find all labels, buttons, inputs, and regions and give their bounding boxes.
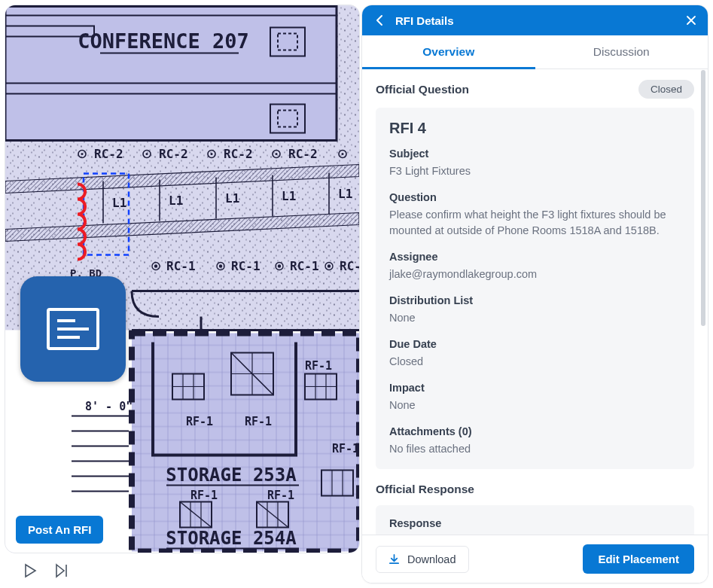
svg-point-50 (155, 265, 157, 267)
drawing-canvas[interactable]: CONFERENCE 207 RC-2 (5, 5, 360, 553)
drawing-viewer: CONFERENCE 207 RC-2 (0, 0, 360, 588)
svg-point-52 (220, 265, 222, 267)
svg-text:RF-1: RF-1 (190, 489, 218, 502)
panel-title: RFI Details (395, 14, 676, 27)
document-icon (47, 308, 99, 350)
svg-text:CONFERENCE  207: CONFERENCE 207 (78, 29, 249, 53)
svg-text:L1: L1 (225, 191, 239, 206)
svg-text:RF-1: RF-1 (186, 415, 213, 428)
official-question-heading: Official Question (376, 83, 469, 96)
status-badge: Closed (638, 80, 694, 99)
back-icon[interactable] (373, 14, 386, 27)
svg-text:STORAGE  253A: STORAGE 253A (166, 465, 297, 486)
attach-value: No files attached (389, 441, 681, 457)
svg-point-31 (342, 153, 344, 155)
panel-header: RFI Details (362, 5, 708, 35)
due-value: Closed (389, 354, 681, 370)
impact-value: None (389, 398, 681, 413)
rfi-details-panel: RFI Details Overview Discussion Official… (360, 0, 713, 588)
download-button[interactable]: Download (376, 546, 469, 573)
svg-point-22 (146, 153, 148, 155)
svg-text:RF-1: RF-1 (305, 359, 332, 373)
svg-text:L1: L1 (112, 196, 126, 210)
rfi-pin-marker[interactable] (20, 276, 126, 382)
tab-overview[interactable]: Overview (362, 35, 535, 69)
question-label: Question (389, 191, 681, 203)
attach-label: Attachments (0) (389, 425, 681, 437)
svg-text:STORAGE  254A: STORAGE 254A (166, 528, 297, 549)
svg-text:RC-2: RC-2 (288, 147, 318, 161)
app-root: CONFERENCE 207 RC-2 (0, 0, 713, 588)
response-label: Response (389, 517, 681, 529)
download-label: Download (407, 553, 456, 565)
svg-point-56 (328, 265, 331, 267)
svg-text:RC-1: RC-1 (166, 259, 196, 273)
panel-footer: Download Edit Placement (362, 535, 708, 583)
panel-tabs: Overview Discussion (362, 35, 708, 69)
svg-text:8' - 0": 8' - 0" (85, 400, 133, 413)
close-icon[interactable] (685, 14, 697, 26)
svg-point-19 (81, 153, 84, 155)
svg-text:RC-2: RC-2 (94, 147, 123, 161)
svg-text:RC-1: RC-1 (231, 259, 261, 273)
dist-value: None (389, 310, 681, 326)
play-icon[interactable] (23, 563, 38, 578)
impact-label: Impact (389, 382, 681, 394)
svg-text:RF-1: RF-1 (267, 489, 294, 502)
svg-text:RC-1: RC-1 (340, 259, 359, 273)
scrollbar[interactable] (701, 70, 705, 326)
tab-discussion[interactable]: Discussion (535, 35, 708, 69)
svg-text:RC-2: RC-2 (159, 147, 188, 161)
svg-text:L1: L1 (169, 193, 183, 208)
due-label: Due Date (389, 338, 681, 350)
skip-forward-icon[interactable] (54, 563, 69, 578)
svg-marker-105 (56, 565, 64, 577)
svg-point-54 (279, 265, 281, 267)
svg-marker-104 (26, 565, 35, 577)
edit-placement-button[interactable]: Edit Placement (583, 544, 694, 574)
post-rfi-button[interactable]: Post An RFI (16, 516, 103, 544)
subject-label: Subject (389, 148, 681, 160)
svg-text:RF-1: RF-1 (245, 415, 272, 428)
assignee-label: Assignee (389, 251, 681, 263)
question-value: Please confirm what height the F3 light … (389, 207, 681, 239)
subject-value: F3 Light Fixtures (389, 163, 681, 179)
svg-point-28 (276, 153, 278, 155)
svg-point-25 (211, 153, 213, 155)
svg-text:L1: L1 (282, 189, 296, 203)
rfi-heading: RFI 4 (389, 120, 681, 137)
dist-label: Distribution List (389, 294, 681, 306)
svg-text:L1: L1 (338, 187, 352, 201)
svg-text:RC-2: RC-2 (224, 147, 253, 161)
official-response-heading: Official Response (376, 483, 694, 496)
assignee-value: jlake@raymondlakegroup.com (389, 267, 681, 282)
question-card: RFI 4 Subject F3 Light Fixtures Question… (376, 108, 694, 469)
svg-text:RF-1: RF-1 (332, 442, 359, 455)
download-icon (388, 553, 400, 565)
viewer-controls (5, 553, 360, 588)
svg-text:RC-1: RC-1 (290, 259, 319, 273)
panel-scroll-area[interactable]: Official Question Closed RFI 4 Subject F… (362, 69, 708, 583)
